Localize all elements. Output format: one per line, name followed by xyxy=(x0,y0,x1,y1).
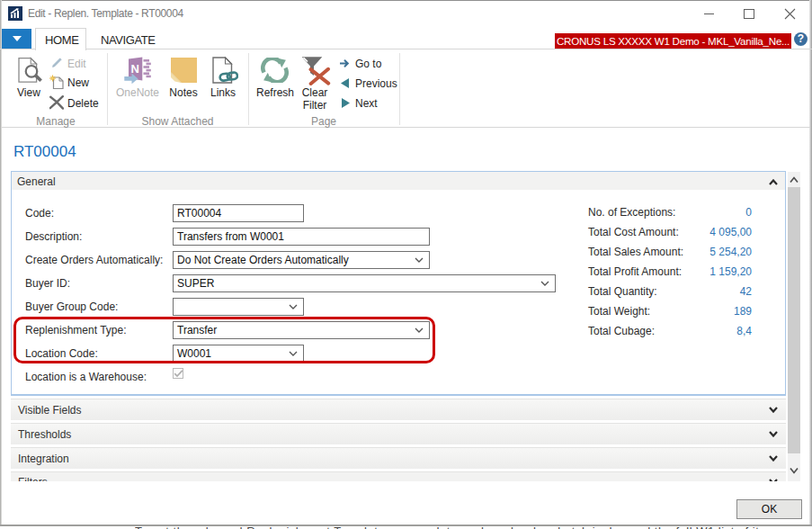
svg-text:N: N xyxy=(131,62,139,76)
